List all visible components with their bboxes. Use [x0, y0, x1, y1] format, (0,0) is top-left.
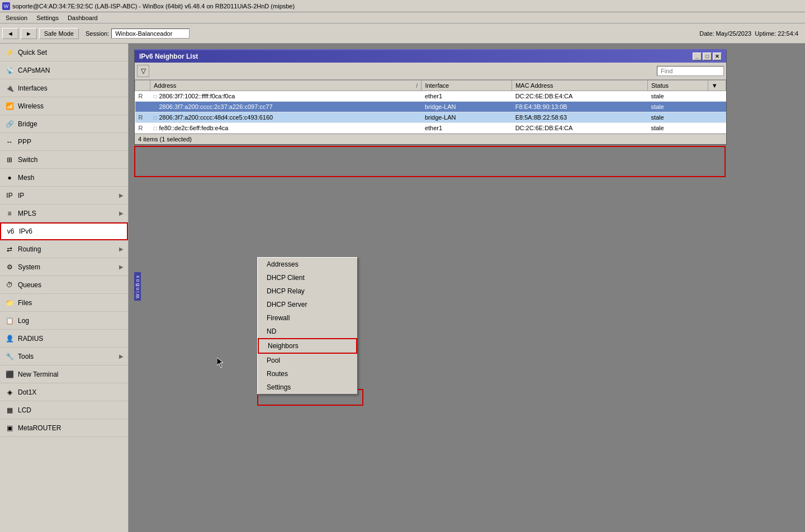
- title-text: soporte@C4:AD:34:7E:92:5C (LAB-ISP-ABC) …: [12, 3, 295, 10]
- submenu-item-firewall[interactable]: Firewall: [258, 311, 357, 325]
- col-address[interactable]: Address /: [150, 80, 421, 91]
- cell-status: stale: [647, 112, 708, 123]
- status-bar: 4 items (1 selected): [135, 134, 726, 144]
- safe-mode-button[interactable]: Safe Mode: [39, 28, 79, 39]
- submenu-item-routes[interactable]: Routes: [258, 367, 357, 381]
- submenu-item-dhcp-server[interactable]: DHCP Server: [258, 298, 357, 311]
- sidebar-item-radius[interactable]: 👤RADIUS: [0, 330, 128, 348]
- sidebar-label-wireless: Wireless: [18, 102, 124, 110]
- sidebar: ⚡Quick Set📡CAPsMAN🔌Interfaces📶Wireless🔗B…: [0, 44, 129, 532]
- cell-prefix: [135, 102, 150, 112]
- cell-interface: ether1: [422, 91, 512, 102]
- sidebar-icon-ipv6: v6: [6, 226, 16, 236]
- sidebar-item-lcd[interactable]: ▦LCD: [0, 401, 128, 419]
- cell-prefix: R: [135, 91, 150, 102]
- cell-interface: bridge-LAN: [422, 102, 512, 112]
- filter-button[interactable]: ▽: [137, 65, 149, 77]
- col-prefix: [135, 80, 150, 91]
- sidebar-item-tools[interactable]: 🔧Tools▶: [0, 348, 128, 365]
- sidebar-item-capsman[interactable]: 📡CAPsMAN: [0, 61, 128, 79]
- sidebar-item-queues[interactable]: ⏱Queues: [0, 276, 128, 294]
- submenu-item-dhcp-relay[interactable]: DHCP Relay: [258, 284, 357, 298]
- col-interface[interactable]: Interface: [422, 80, 512, 91]
- sidebar-item-metarouter[interactable]: ▣MetaROUTER: [0, 419, 128, 437]
- sidebar-icon-ppp: ↔: [4, 137, 15, 147]
- sidebar-label-mpls: MPLS: [18, 210, 116, 217]
- cell-status: stale: [647, 102, 708, 112]
- sidebar-item-interfaces[interactable]: 🔌Interfaces: [0, 79, 128, 97]
- minimize-button[interactable]: _: [693, 53, 702, 60]
- session-box[interactable]: Winbox-Balanceador: [111, 28, 190, 39]
- col-status[interactable]: Status: [647, 80, 708, 91]
- app-icon: W: [2, 2, 10, 10]
- sidebar-icon-switch: ⊞: [4, 155, 15, 165]
- back-button[interactable]: ◄: [2, 28, 18, 39]
- sidebar-label-queues: Queues: [18, 281, 124, 289]
- table-row[interactable]: □2806:3f7:a200:cccc:2c37:a226:c097:cc77b…: [135, 102, 726, 112]
- sidebar-icon-dot1x: ◈: [4, 387, 15, 397]
- sidebar-item-ip[interactable]: IPIP▶: [0, 187, 128, 205]
- selected-rows-outline: [134, 146, 726, 177]
- sidebar-item-ppp[interactable]: ↔PPP: [0, 133, 128, 151]
- col-mac[interactable]: MAC Address: [512, 80, 648, 91]
- sidebar-icon-queues: ⏱: [4, 280, 15, 290]
- sidebar-arrow-system: ▶: [119, 264, 124, 270]
- sidebar-item-system[interactable]: ⚙System▶: [0, 258, 128, 276]
- table-row[interactable]: R□2806:3f7:a200:cccc:48d4:cce5:c493:6160…: [135, 112, 726, 123]
- winbox-tab: WinBox: [134, 272, 141, 301]
- ipv6-neighbor-window: IPv6 Neighbor List _ □ ✕ ▽ Address / Int…: [134, 49, 727, 145]
- sidebar-item-log[interactable]: 📋Log: [0, 312, 128, 330]
- find-input[interactable]: [657, 66, 724, 76]
- submenu-item-nd[interactable]: ND: [258, 325, 357, 338]
- menu-session[interactable]: Session: [1, 13, 32, 22]
- table-body: R□2806:3f7:1002::ffff:f0ca:f0caether1DC:…: [135, 91, 726, 134]
- sidebar-label-bridge: Bridge: [18, 120, 124, 128]
- sidebar-item-mpls[interactable]: ≡MPLS▶: [0, 205, 128, 222]
- sidebar-label-routing: Routing: [18, 245, 116, 253]
- maximize-button[interactable]: □: [703, 53, 712, 60]
- sidebar-icon-capsman: 📡: [4, 65, 15, 75]
- forward-button[interactable]: ►: [21, 28, 37, 39]
- cell-interface: bridge-LAN: [422, 112, 512, 123]
- sidebar-item-ipv6[interactable]: v6IPv6: [0, 222, 128, 240]
- sidebar-label-ipv6: IPv6: [19, 227, 122, 235]
- submenu-item-neighbors[interactable]: Neighbors: [258, 338, 357, 354]
- menu-dashboard[interactable]: Dashboard: [63, 13, 102, 22]
- sidebar-icon-wireless: 📶: [4, 101, 15, 111]
- sidebar-label-capsman: CAPsMAN: [18, 66, 124, 74]
- sidebar-item-wireless[interactable]: 📶Wireless: [0, 97, 128, 115]
- sidebar-label-ip: IP: [18, 192, 116, 200]
- sidebar-item-routing[interactable]: ⇄Routing▶: [0, 240, 128, 258]
- sidebar-item-files[interactable]: 📁Files: [0, 294, 128, 312]
- sidebar-icon-interfaces: 🔌: [4, 83, 15, 93]
- sidebar-item-quick-set[interactable]: ⚡Quick Set: [0, 44, 128, 61]
- table-row[interactable]: R□2806:3f7:1002::ffff:f0ca:f0caether1DC:…: [135, 91, 726, 102]
- sidebar-label-dot1x: Dot1X: [18, 388, 124, 396]
- sidebar-item-new-terminal[interactable]: ⬛New Terminal: [0, 365, 128, 383]
- submenu-item-pool[interactable]: Pool: [258, 354, 357, 367]
- sidebar-label-quick-set: Quick Set: [18, 49, 124, 56]
- close-button[interactable]: ✕: [713, 53, 722, 60]
- menu-bar: Session Settings Dashboard: [0, 12, 805, 23]
- cell-address: □fe80::de2c:6eff:fedb:e4ca: [150, 123, 421, 134]
- cell-address: □2806:3f7:a200:cccc:2c37:a226:c097:cc77: [150, 102, 421, 112]
- sidebar-icon-metarouter: ▣: [4, 423, 15, 433]
- table-row[interactable]: R□fe80::de2c:6eff:fedb:e4caether1DC:2C:6…: [135, 123, 726, 134]
- menu-settings[interactable]: Settings: [32, 13, 63, 22]
- col-menu[interactable]: ▼: [708, 80, 726, 91]
- sidebar-item-bridge[interactable]: 🔗Bridge: [0, 115, 128, 133]
- sidebar-item-mesh[interactable]: ●Mesh: [0, 169, 128, 187]
- sidebar-item-switch[interactable]: ⊞Switch: [0, 151, 128, 169]
- cell-address: □2806:3f7:a200:cccc:48d4:cce5:c493:6160: [150, 112, 421, 123]
- neighbors-table: Address / Interface MAC Address Status ▼…: [135, 80, 726, 134]
- sidebar-icon-ip: IP: [4, 191, 15, 201]
- sidebar-icon-tools: 🔧: [4, 352, 15, 362]
- sidebar-item-dot1x[interactable]: ◈Dot1X: [0, 383, 128, 401]
- submenu-item-addresses[interactable]: Addresses: [258, 258, 357, 271]
- submenu-item-dhcp-client[interactable]: DHCP Client: [258, 271, 357, 284]
- sidebar-icon-log: 📋: [4, 316, 15, 326]
- sidebar-icon-mpls: ≡: [4, 208, 15, 218]
- submenu-item-settings[interactable]: Settings: [258, 381, 357, 394]
- sidebar-arrow-ip: ▶: [119, 192, 124, 198]
- sidebar-icon-lcd: ▦: [4, 405, 15, 415]
